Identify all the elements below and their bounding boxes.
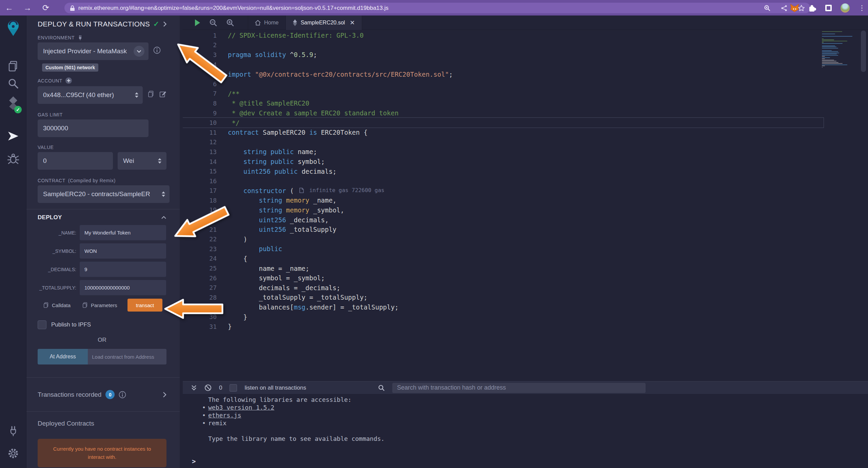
transactions-info-icon[interactable] bbox=[119, 391, 126, 398]
clear-console-icon[interactable] bbox=[204, 384, 212, 391]
line-number: 18 bbox=[183, 197, 217, 204]
edit-account-icon[interactable] bbox=[159, 90, 166, 98]
gas-limit-input[interactable] bbox=[38, 119, 149, 137]
sidebar-item-deploy-run[interactable] bbox=[0, 130, 26, 143]
share-icon[interactable] bbox=[781, 5, 788, 12]
terminal-line[interactable]: •ethers.js bbox=[183, 411, 868, 419]
zoom-in-icon[interactable] bbox=[226, 19, 234, 27]
extensions-puzzle-icon[interactable] bbox=[808, 4, 816, 12]
line-number: 16 bbox=[183, 177, 217, 185]
deploy-field-input-totalsupply[interactable] bbox=[80, 280, 166, 295]
code-line-26[interactable]: 26 symbol = _symbol; bbox=[183, 273, 824, 283]
contract-select[interactable]: SampleERC20 - contracts/SampleER bbox=[38, 185, 170, 203]
code-line-17[interactable]: 17 constructor ( infinite gas 722600 gas bbox=[183, 186, 824, 196]
environment-info-icon[interactable] bbox=[153, 46, 161, 54]
code-line-24[interactable]: 24 { bbox=[183, 254, 824, 264]
deploy-field-input-decimals[interactable] bbox=[80, 262, 166, 277]
container-tab-icon[interactable] bbox=[825, 5, 832, 11]
editor-scrollbar[interactable] bbox=[861, 31, 866, 72]
code-line-13[interactable]: 13 string public name; bbox=[183, 147, 824, 157]
terminal-line[interactable]: •web3 version 1.5.2 bbox=[183, 404, 868, 411]
address-bar[interactable]: remix.ethereum.org/#lang=en&optimize=fal… bbox=[64, 3, 810, 13]
sidebar-item-settings[interactable] bbox=[0, 447, 26, 460]
code-line-25[interactable]: 25 name = _name; bbox=[183, 263, 824, 273]
code-line-15[interactable]: 15 uint256 public decimals; bbox=[183, 166, 824, 176]
reload-icon[interactable]: ⟳ bbox=[37, 3, 55, 13]
sidebar-item-debugger[interactable] bbox=[0, 153, 26, 165]
parameters-button[interactable]: Parameters bbox=[82, 302, 117, 308]
metamask-icon[interactable] bbox=[790, 4, 799, 12]
terminal-prompt[interactable]: > bbox=[183, 457, 868, 465]
solidity-file-icon bbox=[293, 19, 297, 26]
zoom-icon[interactable] bbox=[764, 5, 771, 12]
code-line-3[interactable]: 3pragma solidity ^0.5.9; bbox=[183, 50, 824, 60]
panel-chevron-right-icon[interactable] bbox=[163, 21, 166, 27]
profile-avatar[interactable] bbox=[841, 3, 850, 13]
zoom-out-icon[interactable] bbox=[209, 19, 217, 27]
code-line-2[interactable]: 2 bbox=[183, 40, 824, 50]
at-address-input[interactable] bbox=[88, 349, 166, 364]
remix-logo[interactable] bbox=[0, 19, 26, 37]
code-line-6[interactable]: 6 bbox=[183, 79, 824, 89]
code-editor[interactable]: 1// SPDX-License-Identifier: GPL-3.023pr… bbox=[183, 30, 868, 381]
code-line-18[interactable]: 18 string memory _name, bbox=[183, 195, 824, 205]
tab-home[interactable]: Home bbox=[248, 16, 286, 30]
code-line-11[interactable]: 11contract SampleERC20 is ERC20Token { bbox=[183, 128, 824, 137]
code-line-7[interactable]: 7/** bbox=[183, 89, 824, 99]
code-line-5[interactable]: 5import "@0x/contracts-erc20/contracts/s… bbox=[183, 69, 824, 79]
terminal-collapse-icon[interactable] bbox=[191, 385, 197, 391]
code-line-16[interactable]: 16 bbox=[183, 176, 824, 186]
transactions-chevron-icon[interactable] bbox=[162, 391, 166, 398]
at-address-button[interactable]: At Address bbox=[38, 349, 88, 364]
code-line-12[interactable]: 12 bbox=[183, 137, 824, 147]
tab-sampleerc20[interactable]: SampleERC20.sol ✕ bbox=[286, 16, 362, 30]
back-icon[interactable]: ← bbox=[0, 3, 18, 13]
terminal-search-input[interactable] bbox=[392, 383, 646, 393]
value-input[interactable] bbox=[38, 152, 113, 170]
code-line-1[interactable]: 1// SPDX-License-Identifier: GPL-3.0 bbox=[183, 31, 824, 40]
listen-transactions-checkbox[interactable] bbox=[230, 384, 237, 392]
code-line-4[interactable]: 4 bbox=[183, 60, 824, 70]
sidebar-item-plugin-manager[interactable] bbox=[0, 425, 26, 436]
compile-success-badge: ✓ bbox=[14, 106, 22, 113]
code-line-9[interactable]: 9 * @dev Create a sample ERC20 standard … bbox=[183, 108, 824, 118]
terminal-line: Type the library name to see available c… bbox=[183, 435, 868, 443]
code-line-28[interactable]: 28 _totalSupply = _totalSupply; bbox=[183, 293, 824, 302]
value-unit-select[interactable]: Wei bbox=[118, 152, 166, 170]
sidebar-item-solidity-compiler[interactable]: ✓ bbox=[0, 96, 26, 111]
environment-caret-icon[interactable] bbox=[134, 46, 144, 57]
code-line-19[interactable]: 19 string memory _symbol, bbox=[183, 205, 824, 215]
deploy-collapse-icon[interactable] bbox=[161, 216, 166, 219]
environment-select[interactable]: Injected Provider - MetaMask bbox=[38, 42, 149, 60]
code-line-20[interactable]: 20 uint256 _decimals, bbox=[183, 215, 824, 225]
editor-minimap[interactable] bbox=[822, 31, 854, 68]
code-line-10[interactable]: 10 */ bbox=[183, 118, 824, 128]
run-script-icon[interactable] bbox=[194, 19, 200, 26]
code-line-14[interactable]: 14 string public symbol; bbox=[183, 157, 824, 167]
add-account-icon[interactable] bbox=[65, 77, 72, 84]
account-select[interactable]: 0x448...C95Cf (40 ether) bbox=[38, 86, 143, 104]
code-line-22[interactable]: 22 ) bbox=[183, 234, 824, 244]
publish-ipfs-checkbox[interactable] bbox=[38, 320, 46, 329]
code-line-27[interactable]: 27 decimals = _decimals; bbox=[183, 283, 824, 293]
sidebar-item-search[interactable] bbox=[0, 78, 26, 89]
transact-button[interactable]: transact bbox=[127, 299, 162, 312]
copy-account-icon[interactable] bbox=[147, 90, 155, 98]
forward-icon[interactable]: → bbox=[18, 3, 37, 13]
code-line-21[interactable]: 21 uint256 _totalSupply bbox=[183, 225, 824, 235]
browser-menu-icon[interactable]: ⋮ bbox=[859, 6, 865, 10]
code-line-31[interactable]: 31} bbox=[183, 322, 824, 332]
code-line-8[interactable]: 8 * @title SampleERC20 bbox=[183, 98, 824, 108]
close-tab-icon[interactable]: ✕ bbox=[350, 19, 355, 26]
deploy-field-input-symbol[interactable] bbox=[80, 243, 166, 259]
code-line-29[interactable]: 29 balances[msg.sender] = _totalSupply; bbox=[183, 302, 824, 312]
transactions-count-badge: 0 bbox=[105, 390, 115, 399]
line-number: 8 bbox=[183, 100, 217, 107]
transactions-recorded-row[interactable]: Transactions recorded 0 bbox=[38, 378, 166, 411]
sidebar-item-file-explorer[interactable] bbox=[0, 60, 26, 72]
code-line-23[interactable]: 23 public bbox=[183, 244, 824, 254]
deploy-field-input-name[interactable] bbox=[80, 225, 166, 240]
calldata-button[interactable]: Calldata bbox=[43, 302, 71, 308]
gas-estimate-widget: infinite gas 722600 gas bbox=[299, 187, 384, 193]
code-line-30[interactable]: 30 } bbox=[183, 312, 824, 322]
